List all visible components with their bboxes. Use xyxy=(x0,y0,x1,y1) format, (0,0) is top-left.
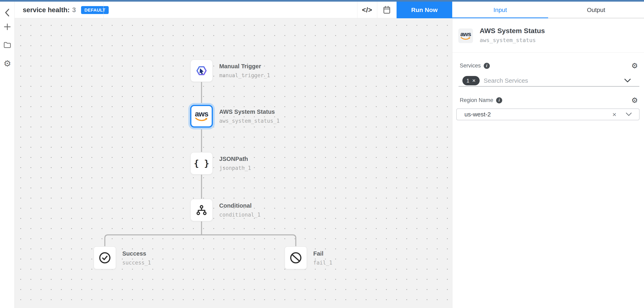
search-services-input[interactable] xyxy=(484,77,624,84)
code-view-button[interactable]: </> xyxy=(357,2,377,18)
node-label-aws-system-status: AWS System Status aws_system_status_1 xyxy=(219,105,280,128)
clear-icon[interactable]: × xyxy=(612,111,616,118)
playbook-title-group: service health: 3 DEFAULT xyxy=(23,2,109,18)
region-settings-button[interactable]: ⚙ xyxy=(630,96,639,104)
gear-icon: ⚙ xyxy=(632,96,638,105)
node-label-fail: Fail fail_1 xyxy=(313,247,332,270)
tab-output[interactable]: Output xyxy=(548,2,644,18)
plus-icon xyxy=(4,23,11,31)
node-title: Manual Trigger xyxy=(219,63,270,70)
selected-count-chip[interactable]: 1 × xyxy=(462,76,480,85)
info-icon[interactable]: i xyxy=(484,63,490,69)
run-count: 3 xyxy=(72,6,76,14)
node-id: success_1 xyxy=(122,260,151,266)
node-id: aws_system_status_1 xyxy=(219,118,280,124)
folder-icon xyxy=(4,42,11,48)
braces-icon: { } xyxy=(194,158,209,168)
node-fail[interactable] xyxy=(284,246,307,270)
run-now-button[interactable]: Run Now xyxy=(396,2,452,18)
node-title: Success xyxy=(122,250,151,257)
node-label-success: Success success_1 xyxy=(122,247,151,270)
aws-logo-icon: aws xyxy=(195,110,208,122)
app-root: ⚙ service health: 3 DEFAULT </> Run Now … xyxy=(0,0,644,308)
playbooks-folder-button[interactable] xyxy=(0,38,15,52)
chip-count: 1 xyxy=(466,78,469,84)
region-name-label: Region Name xyxy=(460,97,493,104)
info-icon[interactable]: i xyxy=(496,97,502,104)
node-conditional[interactable] xyxy=(190,199,213,222)
top-accent-strip xyxy=(0,0,644,2)
node-id: fail_1 xyxy=(313,260,332,266)
region-label-row: Region Name i xyxy=(460,97,502,104)
top-bar: service health: 3 DEFAULT </> Run Now xyxy=(15,2,452,18)
chevron-down-icon[interactable] xyxy=(624,78,631,83)
back-chevron-icon xyxy=(4,8,11,17)
gear-icon: ⚙ xyxy=(632,62,638,70)
code-icon: </> xyxy=(362,6,372,14)
node-manual-trigger[interactable] xyxy=(190,59,213,82)
back-button[interactable] xyxy=(0,6,15,19)
add-node-button[interactable] xyxy=(0,20,15,33)
playbook-title: service health: xyxy=(23,6,70,14)
settings-button[interactable]: ⚙ xyxy=(0,57,15,70)
node-title: JSONPath xyxy=(219,156,251,162)
aws-logo-icon: aws xyxy=(460,31,471,40)
workflow-canvas[interactable]: Manual Trigger manual_trigger_1 aws AWS … xyxy=(15,18,452,308)
panel-node-id: aws_system_status xyxy=(480,37,536,43)
node-title: Fail xyxy=(313,250,332,257)
services-label-row: Services i xyxy=(460,62,490,69)
panel-app-icon: aws xyxy=(458,28,473,43)
node-id: conditional_1 xyxy=(219,212,261,218)
services-settings-button[interactable]: ⚙ xyxy=(630,62,639,70)
branch-icon xyxy=(195,204,208,216)
node-id: jsonpath_1 xyxy=(219,165,251,171)
node-success[interactable] xyxy=(94,246,116,270)
node-config-panel: aws AWS System Status aws_system_status … xyxy=(452,18,644,308)
node-label-conditional: Conditional conditional_1 xyxy=(219,199,261,222)
node-aws-system-status[interactable]: aws xyxy=(190,105,213,128)
node-label-manual-trigger: Manual Trigger manual_trigger_1 xyxy=(219,59,270,82)
calendar-icon xyxy=(383,6,391,14)
services-label: Services xyxy=(460,62,481,69)
chevron-down-icon[interactable] xyxy=(625,112,632,116)
node-title: Conditional xyxy=(219,202,261,209)
services-select[interactable]: 1 × xyxy=(458,75,639,86)
panel-node-title: AWS System Status xyxy=(480,27,545,35)
node-jsonpath[interactable]: { } xyxy=(190,152,213,175)
node-title: AWS System Status xyxy=(219,108,280,115)
default-badge: DEFAULT xyxy=(81,6,108,14)
chip-remove-icon[interactable]: × xyxy=(472,78,476,84)
gear-icon: ⚙ xyxy=(4,58,11,68)
io-tab-bar: Input Output xyxy=(452,2,644,18)
region-select[interactable]: × xyxy=(456,108,640,120)
tab-input[interactable]: Input xyxy=(452,2,548,18)
manual-trigger-icon xyxy=(194,63,209,78)
schedule-button[interactable] xyxy=(377,2,396,18)
left-toolbar: ⚙ xyxy=(0,2,15,308)
node-label-jsonpath: JSONPath jsonpath_1 xyxy=(219,152,251,175)
node-id: manual_trigger_1 xyxy=(219,72,270,78)
region-name-input[interactable] xyxy=(464,111,612,118)
no-entry-icon xyxy=(290,252,302,264)
check-circle-icon xyxy=(98,252,111,264)
